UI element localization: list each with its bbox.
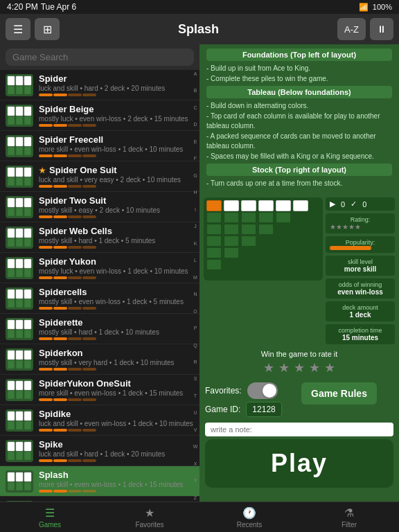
popularity-bar [330, 246, 371, 250]
search-input[interactable] [6, 48, 194, 66]
list-item[interactable]: Spider Yukonmostly luck • even win-loss … [0, 253, 200, 283]
game-rating-bars [39, 368, 194, 371]
list-item[interactable]: Spiderkonmostly skill • very hard • 1 de… [0, 344, 200, 375]
alpha-letter[interactable]: G [191, 173, 200, 178]
skill-stat: skill level more skill [326, 256, 395, 276]
list-item[interactable]: SpiderYukon OneSuitmore skill • even win… [0, 375, 200, 405]
svg-rect-32 [24, 229, 31, 238]
pause-button[interactable]: ⏸ [370, 18, 393, 40]
svg-rect-31 [16, 229, 23, 238]
list-item[interactable]: Spiderettemostly skill • hard • 1 deck •… [0, 314, 200, 344]
rating-bar [82, 490, 96, 493]
svg-rect-20 [24, 168, 31, 177]
alpha-letter[interactable]: D [191, 122, 200, 127]
star-2[interactable]: ★ [278, 360, 290, 375]
alpha-letter[interactable]: S [191, 376, 200, 381]
game-thumbnail [6, 501, 33, 502]
alpha-letter[interactable]: B [191, 88, 200, 93]
game-thumbnail [6, 227, 33, 249]
list-item[interactable]: Spider Beigemostly luck • even win-loss … [0, 100, 200, 131]
alpha-letter[interactable]: F [191, 156, 200, 161]
list-item[interactable]: Spider Web Cellsmostly skill • hard • 1 … [0, 222, 200, 253]
game-rules-button[interactable]: Game Rules [301, 382, 377, 405]
alpha-letter[interactable]: R [191, 360, 200, 364]
popularity-label: Popularity: [330, 239, 391, 246]
list-item[interactable]: Spikeluck and skill • hard • 1 deck • 20… [0, 436, 200, 466]
list-item[interactable]: Spider Freecellmore skill • even win-los… [0, 131, 200, 161]
favorites-toggle[interactable] [247, 382, 278, 399]
rating-bar [53, 94, 67, 96]
game-meta: luck and skill • hard • 2 deck • 20 minu… [39, 85, 194, 92]
alpha-letter[interactable]: L [191, 258, 200, 263]
list-item[interactable]: ★ Spider One Suitluck and skill • very e… [0, 161, 200, 192]
alpha-letter[interactable]: E [191, 139, 200, 144]
alpha-letter[interactable]: N [191, 292, 200, 296]
star-1[interactable]: ★ [263, 360, 274, 375]
status-time: 4:20 PM Tue Apr 6 [7, 2, 76, 12]
svg-rect-35 [24, 238, 31, 247]
left-panel: Spiderluck and skill • hard • 2 deck • 2… [0, 44, 200, 502]
game-rating-bars [39, 459, 194, 462]
rating-bar [68, 337, 82, 340]
svg-rect-8 [24, 107, 31, 116]
alpha-letter[interactable]: Z [191, 495, 200, 500]
card [276, 200, 291, 211]
nav-games[interactable]: ☰ Games [0, 502, 100, 532]
svg-rect-33 [8, 238, 15, 247]
svg-rect-60 [8, 381, 15, 390]
alpha-letter[interactable]: W [191, 444, 200, 449]
star-4[interactable]: ★ [309, 360, 320, 375]
svg-rect-64 [16, 391, 23, 399]
play-button[interactable]: Play [205, 439, 393, 488]
game-name: Spider Beige [39, 104, 194, 114]
alpha-letter[interactable]: A [191, 71, 200, 76]
game-rating-bars [39, 124, 194, 127]
menu-button[interactable]: ☰ [6, 18, 30, 40]
list-item[interactable]: Spider Two Suitmostly skill • easy • 2 d… [0, 192, 200, 222]
alpha-letter[interactable]: T [191, 393, 200, 398]
svg-rect-10 [16, 116, 23, 125]
svg-rect-29 [24, 208, 31, 216]
alpha-letter[interactable]: Q [191, 343, 200, 348]
star-5[interactable]: ★ [324, 360, 335, 375]
svg-rect-23 [24, 177, 31, 186]
rating-bar [39, 215, 53, 218]
alpha-letter[interactable]: C [191, 105, 200, 110]
list-item[interactable]: Spiderluck and skill • hard • 2 deck • 2… [0, 70, 200, 100]
wins-count: 0 [362, 200, 366, 209]
alpha-letter[interactable]: P [191, 326, 200, 330]
list-item[interactable]: Splashmore skill • even win-loss • 1 dec… [0, 466, 200, 497]
alpha-letter[interactable]: K [191, 241, 200, 246]
alpha-letter[interactable]: H [191, 190, 200, 195]
list-item[interactable]: Spidikeluck and skill • even win-loss • … [0, 405, 200, 436]
alpha-letter[interactable]: I [191, 207, 200, 212]
rating-bar [53, 337, 67, 340]
alpha-letter[interactable]: J [191, 224, 200, 229]
rating-bar [39, 124, 53, 127]
star-3[interactable]: ★ [294, 360, 305, 375]
svg-rect-54 [8, 351, 15, 360]
svg-rect-6 [8, 107, 15, 116]
alpha-letter[interactable]: O [191, 309, 200, 314]
game-name: Spiderette [39, 317, 194, 328]
rating-bar [39, 276, 53, 279]
list-item[interactable]: Squadronluck and skill • very easy • 2 d… [0, 497, 200, 502]
nav-filter[interactable]: ⚗ Filter [299, 502, 399, 532]
grid-button[interactable]: ⊞ [35, 18, 60, 40]
alpha-letter[interactable]: X [191, 461, 200, 466]
favorites-label: Favorites [135, 521, 163, 529]
alpha-letter[interactable]: V [191, 427, 200, 432]
svg-rect-76 [16, 452, 23, 460]
game-info: Spiderkonmostly skill • very hard • 1 de… [39, 348, 194, 371]
alpha-letter[interactable]: U [191, 410, 200, 415]
rating-bar [39, 490, 53, 493]
toggle-knob [263, 384, 276, 398]
game-rating-bars [39, 307, 194, 310]
sort-button[interactable]: A-Z [337, 18, 366, 40]
list-item[interactable]: Spidercellsmostly skill • even win-loss … [0, 283, 200, 314]
nav-recents[interactable]: 🕐 Recents [200, 502, 299, 532]
nav-favorites[interactable]: ★ Favorites [100, 502, 200, 532]
alpha-letter[interactable]: Y [191, 478, 200, 483]
alpha-letter[interactable]: M [191, 275, 200, 280]
note-input[interactable] [205, 423, 393, 436]
